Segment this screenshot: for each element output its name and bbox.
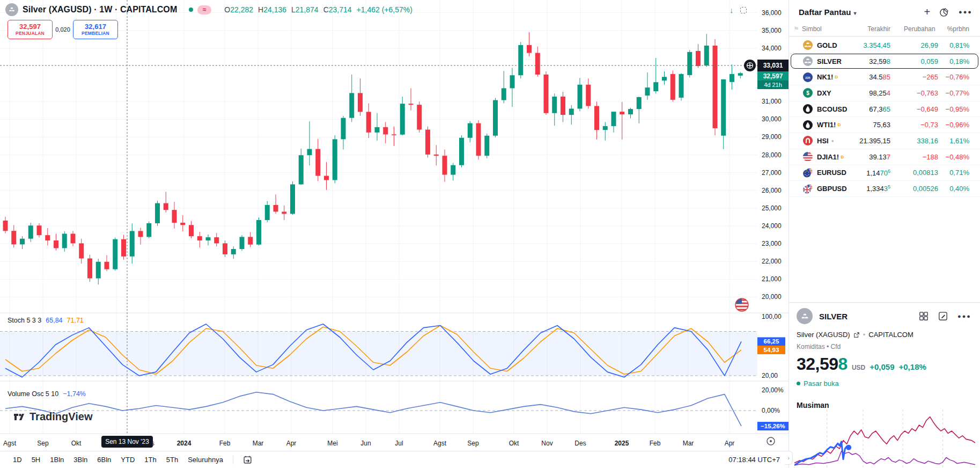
detail-more-button[interactable]: ●●●	[957, 313, 971, 319]
range-1d[interactable]: 1D	[13, 456, 22, 464]
trade-panel: 32,597 PENJUALAN 0,020 32,617 PEMBELIAN	[8, 20, 118, 39]
candle-body	[434, 155, 439, 156]
watchlist-more-button[interactable]: ●●●	[959, 9, 972, 15]
panel-collapse-handle[interactable]: ›	[785, 451, 793, 465]
flag-column-icon[interactable]: ⚑	[793, 25, 799, 33]
change-value: 26,99	[904, 41, 938, 49]
candle-body	[164, 203, 168, 210]
range-6bln[interactable]: 6Bln	[97, 456, 111, 464]
clock[interactable]: 07:18:44 UTC+7	[728, 456, 780, 464]
delayed-badge: D	[837, 122, 841, 127]
last-price: 3.354,45	[863, 41, 890, 49]
timezone-settings-icon[interactable]	[767, 437, 775, 445]
watchlist-row-eurusd[interactable]: EURUSD1,147060,008130,71%	[789, 165, 980, 181]
candle-body	[71, 233, 76, 243]
last-price: 39.137	[869, 153, 890, 161]
axis-label: Okt	[71, 440, 82, 447]
axis-label: 28,000	[762, 151, 782, 159]
watchlist-panel: Daftar Pantau▾ + ●●● ⚑ Simbol Terakhir P…	[789, 0, 980, 468]
candle-body	[569, 108, 574, 115]
watchlist-row-silver[interactable]: SILVER32,5980,0590,18%	[789, 54, 980, 70]
range-1th[interactable]: 1Th	[144, 456, 156, 464]
candle-body	[290, 184, 295, 214]
silver-symbol-icon	[5, 3, 18, 16]
axis-label: 20,00	[762, 372, 778, 379]
symbol-name: NK1!	[817, 73, 833, 81]
tradingview-logo[interactable]: TradingView	[13, 410, 92, 423]
axis-label: 35,000	[762, 27, 782, 34]
range-5th[interactable]: 5Th	[166, 456, 178, 464]
watchlist-row-gbpusd[interactable]: GBPUSD1,334350,005260,40%	[789, 181, 980, 197]
stoch-indicator-legend[interactable]: Stoch 5 3 3 65,84 71,71	[8, 317, 84, 324]
heatmap-icon[interactable]	[939, 7, 949, 17]
candle-body	[620, 112, 624, 114]
candle-body	[400, 104, 405, 135]
chart-title[interactable]: Silver (XAGUSD) · 1W · CAPITALCOM	[23, 5, 177, 14]
watchlist-rows: GOLD3.354,4526,990,81%SILVER32,5980,0590…	[789, 38, 980, 197]
range-ytd[interactable]: YTD	[121, 456, 135, 464]
market-status-dot-icon[interactable]	[189, 8, 193, 12]
edit-note-icon[interactable]	[938, 311, 948, 321]
tradingview-app: 36,00035,00034,00031,00030,00029,00028,0…	[0, 0, 980, 468]
detail-symbol[interactable]: SILVER	[819, 312, 848, 321]
usflag-icon	[803, 152, 813, 162]
add-symbol-button[interactable]: +	[924, 6, 930, 17]
buy-button[interactable]: 32,617 PEMBELIAN	[73, 20, 118, 39]
candle-body	[146, 223, 151, 237]
detail-full-name[interactable]: Silver (XAGUSD)	[797, 331, 850, 339]
go-to-date-icon[interactable]	[243, 455, 252, 464]
candle-body	[662, 77, 667, 81]
candle-body	[594, 106, 599, 130]
watchlist-row-dxy[interactable]: $DXY98,254−0,763−0,77%	[789, 85, 980, 101]
column-last[interactable]: Terakhir	[867, 25, 890, 33]
candle-body	[189, 225, 194, 236]
watchlist-header: Daftar Pantau▾ + ●●●	[789, 0, 980, 24]
external-link-icon[interactable]	[853, 332, 860, 338]
candle-body	[603, 126, 608, 130]
detail-price-row: 32,598 USD +0,059 +0,18%	[797, 354, 926, 374]
axis-label: 24,000	[762, 222, 782, 230]
watchlist-row-gold[interactable]: GOLD3.354,4526,990,81%	[789, 38, 980, 54]
candle-body	[484, 136, 489, 156]
volume-osc-legend[interactable]: Volume Osc 5 10 −1,74%	[8, 390, 86, 398]
watchlist-row-bcousd[interactable]: BCOUSD67,365−0,649−0,95%	[789, 101, 980, 118]
range-seluruhnya[interactable]: Seluruhnya	[188, 456, 223, 464]
candle-body	[358, 93, 363, 112]
detail-change: +0,059	[870, 362, 894, 371]
sell-button[interactable]: 32,597 PENJUALAN	[8, 20, 53, 39]
watchlist-row-wti1[interactable]: WTI1!D75,63−0,73−0,96%	[789, 117, 980, 133]
candle-body	[459, 138, 464, 165]
watchlist-row-nk1[interactable]: 225NK1!D34.585−265−0,76%	[789, 69, 980, 85]
candle-body	[206, 237, 211, 240]
last-price: 75,63	[873, 121, 890, 129]
candle-body	[180, 223, 185, 225]
seasonals-chart[interactable]	[794, 410, 975, 468]
symbol-name: EURUSD	[817, 169, 846, 177]
watchlist-row-hsi[interactable]: HSI●21.395,15338,161,61%	[789, 133, 980, 149]
candle-body	[417, 105, 422, 129]
change-percent: 0,40%	[949, 185, 969, 193]
range-5h[interactable]: 5H	[32, 456, 41, 464]
candle-body	[730, 74, 734, 82]
hsi-icon	[803, 136, 813, 145]
scroll-down-icon[interactable]: ↓	[730, 5, 734, 14]
column-percent[interactable]: %prbhn	[947, 25, 969, 33]
candle-body	[586, 85, 591, 106]
delayed-data-icon[interactable]: ≈	[197, 5, 211, 14]
maximize-pane-icon[interactable]	[740, 7, 747, 13]
us-flag-event-icon[interactable]	[735, 298, 748, 311]
watchlist-row-djia1[interactable]: DJIA1!D39.137−188−0,48%	[789, 149, 980, 165]
column-symbol[interactable]: Simbol	[802, 25, 822, 33]
price-chart[interactable]: 36,00035,00034,00031,00030,00029,00028,0…	[0, 0, 789, 468]
candle-body	[54, 240, 58, 248]
candle-body	[670, 74, 675, 100]
change-value: 0,00813	[904, 169, 938, 177]
range-3bln[interactable]: 3Bln	[73, 456, 87, 464]
grid-layout-icon[interactable]	[919, 311, 929, 321]
last-price: 21.395,15	[859, 137, 890, 145]
range-1bln[interactable]: 1Bln	[50, 456, 64, 464]
column-change[interactable]: Perubahan	[904, 25, 938, 33]
silver-icon	[803, 56, 813, 66]
watchlist-title-dropdown[interactable]: Daftar Pantau▾	[799, 8, 857, 17]
candle-body	[3, 221, 8, 231]
